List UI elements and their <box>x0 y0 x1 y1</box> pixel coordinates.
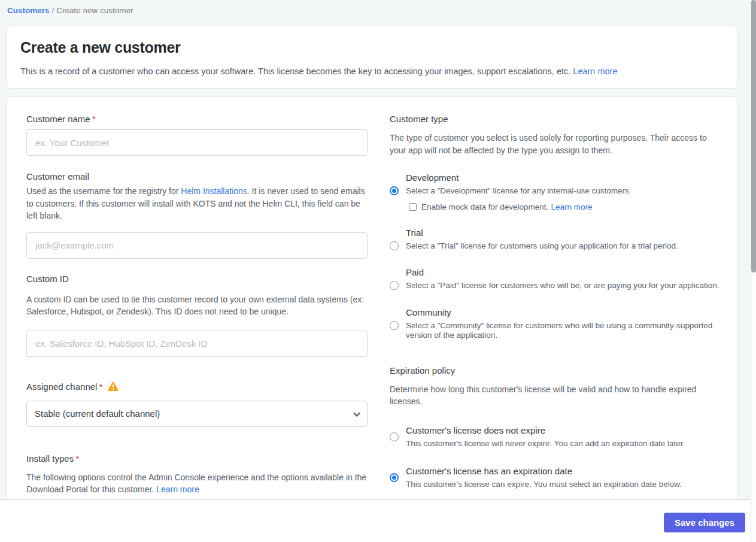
expiration-option-has-expiration: Customer's license has an expiration dat… <box>390 466 722 490</box>
customer-email-input[interactable] <box>26 232 368 259</box>
option-description: This customer's license will never expir… <box>406 439 722 449</box>
breadcrumb-link-customers[interactable]: Customers <box>7 6 50 15</box>
radio-license-does-not-expire[interactable] <box>390 432 399 441</box>
customer-name-label: Customer name* <box>26 114 368 124</box>
form-left-column: Customer name* Customer email Used as th… <box>26 114 368 525</box>
radio-license-has-expiration[interactable] <box>390 473 399 482</box>
option-title: Paid <box>406 267 722 277</box>
page-scrollbar[interactable] <box>750 0 756 542</box>
expiration-policy-heading: Expiration policy <box>390 365 722 376</box>
warning-triangle-icon <box>108 381 119 391</box>
option-title: Customer's license does not expire <box>406 425 722 435</box>
option-title: Trial <box>406 228 722 238</box>
customer-type-option-paid: Paid Select a "Paid" license for custome… <box>390 267 722 291</box>
mock-data-checkbox[interactable] <box>409 203 417 211</box>
page-title: Create a new customer <box>20 39 724 56</box>
radio-paid[interactable] <box>390 281 399 290</box>
mock-data-checkbox-row: Enable mock data for development. Learn … <box>406 202 722 211</box>
page-description-text: This is a record of a customer who can a… <box>20 66 570 76</box>
option-description: Select a "Trial" license for customers u… <box>406 241 722 252</box>
customer-type-description: The type of customer you select is used … <box>390 132 722 156</box>
breadcrumb-separator: / <box>52 6 54 15</box>
assigned-channel-select[interactable]: Stable (current default channel) <box>26 401 368 427</box>
install-types-description: The following options control the Admin … <box>26 471 368 496</box>
sticky-footer-bar: Save changes <box>0 499 756 542</box>
required-asterisk: * <box>75 453 79 464</box>
customer-email-label: Customer email <box>26 171 368 181</box>
radio-trial[interactable] <box>390 241 399 250</box>
custom-id-input[interactable] <box>26 331 368 357</box>
scrollbar-thumb[interactable] <box>751 0 756 272</box>
page-description: This is a record of a customer who can a… <box>20 66 724 76</box>
customer-name-label-text: Customer name <box>26 114 90 124</box>
save-changes-button[interactable]: Save changes <box>664 513 745 532</box>
option-description: Select a "Community" license for custome… <box>406 321 722 341</box>
customer-type-heading: Customer type <box>390 114 722 124</box>
radio-community[interactable] <box>390 321 399 330</box>
create-customer-form-card: Customer name* Customer email Used as th… <box>6 96 738 542</box>
customer-type-option-trial: Trial Select a "Trial" license for custo… <box>390 228 722 252</box>
install-types-label-text: Install types <box>26 453 74 464</box>
radio-development[interactable] <box>390 186 399 195</box>
expiration-policy-description: Determine how long this customer's licen… <box>390 383 722 408</box>
assigned-channel-label: Assigned channel* <box>26 381 368 392</box>
breadcrumb: Customers/Create new customer <box>0 0 756 15</box>
form-right-column: Customer type The type of customer you s… <box>390 114 722 525</box>
page-header-card: Create a new customer This is a record o… <box>6 26 738 89</box>
customer-name-input[interactable] <box>26 129 368 156</box>
mock-data-checkbox-label: Enable mock data for development. <box>421 202 548 211</box>
required-asterisk: * <box>99 381 102 392</box>
helm-installations-link[interactable]: Helm Installations <box>181 186 247 196</box>
assigned-channel-label-text: Assigned channel <box>26 381 97 392</box>
header-learn-more-link[interactable]: Learn more <box>573 66 617 76</box>
option-description: Select a "Development" license for any i… <box>406 186 722 196</box>
option-description: Select a "Paid" license for customers wh… <box>406 281 722 291</box>
mock-data-learn-more-link[interactable]: Learn more <box>551 202 592 211</box>
customer-type-option-development: Development Select a "Development" licen… <box>390 172 722 211</box>
option-title: Development <box>406 172 722 183</box>
install-types-label: Install types* <box>26 453 368 464</box>
customer-email-description: Used as the username for the registry fo… <box>26 185 368 222</box>
email-desc-before: Used as the username for the registry fo… <box>26 186 181 196</box>
required-asterisk: * <box>92 114 96 124</box>
option-title: Customer's license has an expiration dat… <box>406 466 722 476</box>
option-title: Community <box>406 307 722 317</box>
option-description: This customer's license can expire. You … <box>406 480 722 490</box>
customer-type-option-community: Community Select a "Community" license f… <box>390 307 722 341</box>
breadcrumb-current: Create new customer <box>56 6 133 15</box>
custom-id-label: Custom ID <box>26 274 368 284</box>
expiration-option-no-expire: Customer's license does not expire This … <box>390 425 722 449</box>
install-types-learn-more-link[interactable]: Learn more <box>156 485 199 494</box>
custom-id-description: A custom ID can be used to tie this cust… <box>26 293 368 318</box>
